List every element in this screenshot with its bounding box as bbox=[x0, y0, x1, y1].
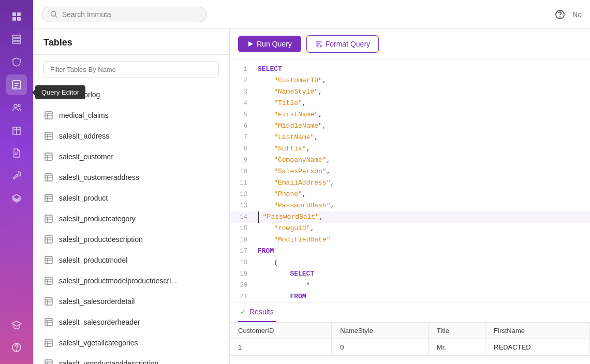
people-icon[interactable] bbox=[6, 97, 27, 118]
code-line: 15 "rowguid", bbox=[230, 223, 590, 234]
filter-input-wrap bbox=[33, 55, 229, 84]
wrench-icon[interactable] bbox=[6, 165, 27, 186]
table-item[interactable]: saleslt_vgetallcategories bbox=[33, 332, 229, 353]
code-editor[interactable]: 1SELECT2 "CustomerID",3 "NameStyle",4 "T… bbox=[230, 59, 590, 302]
table-icon bbox=[43, 338, 54, 348]
table-item[interactable]: saleslt_productmodelproductdescri... bbox=[33, 270, 229, 291]
building-icon[interactable] bbox=[6, 120, 27, 141]
line-number: 16 bbox=[230, 234, 256, 246]
search-icon bbox=[50, 10, 58, 19]
line-number: 17 bbox=[230, 246, 256, 257]
table-item[interactable]: saleslt_customeraddress bbox=[33, 167, 229, 188]
svg-rect-49 bbox=[45, 215, 52, 222]
run-query-button[interactable]: Run Query bbox=[238, 36, 301, 52]
table-name: saleslt_vproductanddescription bbox=[59, 359, 158, 364]
table-item[interactable]: saleslt_address bbox=[33, 126, 229, 146]
svg-rect-3 bbox=[17, 17, 21, 21]
table-icon bbox=[43, 110, 54, 120]
line-number: 1 bbox=[230, 64, 256, 75]
table-item[interactable]: saleslt_customer bbox=[33, 146, 229, 167]
code-line: 17FROM bbox=[230, 246, 590, 257]
results-tab-bar: ✓ Results bbox=[230, 302, 590, 323]
table-item[interactable]: saleslt_productmodel bbox=[33, 250, 229, 270]
topbar-help-icon[interactable] bbox=[552, 6, 568, 23]
search-box[interactable] bbox=[41, 7, 207, 22]
table-name: saleslt_productcategory bbox=[59, 215, 136, 223]
play-icon bbox=[247, 41, 254, 47]
svg-rect-65 bbox=[45, 298, 52, 305]
table-name: saleslt_vgetallcategories bbox=[59, 339, 138, 347]
code-line: 13 "PasswordHash", bbox=[230, 200, 590, 211]
document-icon[interactable] bbox=[6, 143, 27, 163]
table-item[interactable]: medical_claims bbox=[33, 105, 229, 126]
results-tab[interactable]: ✓ Results bbox=[238, 302, 276, 322]
line-number: 11 bbox=[230, 177, 256, 189]
results-column-header: FirstName bbox=[485, 323, 590, 339]
table-name: saleslt_productmodelproductdescri... bbox=[59, 277, 177, 285]
line-content: * bbox=[256, 280, 590, 291]
table-item[interactable]: saleslt_salesorderdetail bbox=[33, 291, 229, 312]
table-item[interactable]: saleslt_product bbox=[33, 188, 229, 208]
format-icon bbox=[315, 40, 322, 48]
line-content: FROM bbox=[256, 291, 590, 302]
format-query-button[interactable]: Format Query bbox=[306, 35, 379, 53]
query-editor-icon[interactable] bbox=[6, 74, 27, 95]
shield-icon[interactable] bbox=[6, 52, 27, 72]
tables-list: dbo_errorlog medical_claims saleslt_addr… bbox=[33, 84, 229, 364]
table-icon bbox=[43, 358, 54, 364]
table-row: 10Mr.REDACTED bbox=[230, 339, 590, 356]
table-item[interactable]: saleslt_productdescription bbox=[33, 229, 229, 250]
table-item[interactable]: saleslt_vproductanddescription bbox=[33, 353, 229, 364]
line-content: ( bbox=[256, 257, 590, 268]
code-line: 21 FROM bbox=[230, 291, 590, 302]
grid-icon[interactable] bbox=[6, 6, 27, 27]
svg-rect-29 bbox=[45, 112, 52, 119]
table-icon bbox=[43, 276, 54, 286]
svg-point-21 bbox=[51, 11, 55, 16]
line-content: "NameStyle", bbox=[256, 86, 590, 98]
svg-rect-2 bbox=[12, 17, 16, 21]
line-number: 19 bbox=[230, 268, 256, 280]
code-line: 20 * bbox=[230, 280, 590, 291]
tables-panel: Tables dbo_errorlog medical_claims bbox=[33, 29, 230, 364]
format-query-label: Format Query bbox=[326, 40, 370, 48]
svg-point-11 bbox=[14, 104, 17, 108]
line-number: 13 bbox=[230, 200, 256, 211]
svg-marker-85 bbox=[248, 41, 253, 47]
layers-icon[interactable] bbox=[6, 29, 27, 50]
help-icon[interactable] bbox=[6, 337, 27, 358]
line-number: 15 bbox=[230, 223, 256, 234]
line-content: "Title", bbox=[256, 98, 590, 109]
line-content: "CompanyName", bbox=[256, 155, 590, 166]
topbar: No bbox=[33, 0, 590, 29]
query-editor-tooltip: Query Editor bbox=[35, 85, 85, 99]
graduation-icon[interactable] bbox=[6, 314, 27, 335]
table-item[interactable]: saleslt_productcategory bbox=[33, 208, 229, 229]
line-content: "LastName", bbox=[256, 132, 590, 143]
line-content: "EmailAddress", bbox=[256, 177, 590, 189]
results-column-header: Title bbox=[428, 323, 485, 339]
svg-rect-69 bbox=[45, 318, 52, 326]
table-icon bbox=[43, 193, 54, 203]
svg-rect-45 bbox=[45, 194, 52, 202]
svg-line-22 bbox=[55, 16, 57, 17]
stack-icon[interactable] bbox=[6, 188, 27, 209]
line-number: 10 bbox=[230, 166, 256, 177]
table-name: saleslt_address bbox=[59, 132, 109, 140]
line-number: 4 bbox=[230, 98, 256, 109]
user-label: No bbox=[572, 10, 582, 19]
line-content: "PasswordSalt", bbox=[256, 211, 590, 223]
code-line: 14 "PasswordSalt", bbox=[230, 211, 590, 223]
svg-rect-57 bbox=[45, 256, 52, 264]
line-content: SELECT bbox=[256, 268, 590, 280]
table-icon bbox=[43, 317, 54, 327]
filter-tables-input[interactable] bbox=[43, 61, 219, 78]
table-name: saleslt_salesorderheader bbox=[59, 318, 140, 326]
search-input[interactable] bbox=[62, 10, 198, 19]
code-line: 10 "SalesPerson", bbox=[230, 166, 590, 177]
results-section: ✓ Results CustomerIDNameStyleTitleFirstN… bbox=[230, 302, 590, 364]
table-cell: 1 bbox=[230, 339, 332, 356]
svg-point-12 bbox=[18, 104, 20, 107]
sidebar: Query Editor bbox=[0, 0, 33, 364]
table-item[interactable]: saleslt_salesorderheader bbox=[33, 312, 229, 332]
